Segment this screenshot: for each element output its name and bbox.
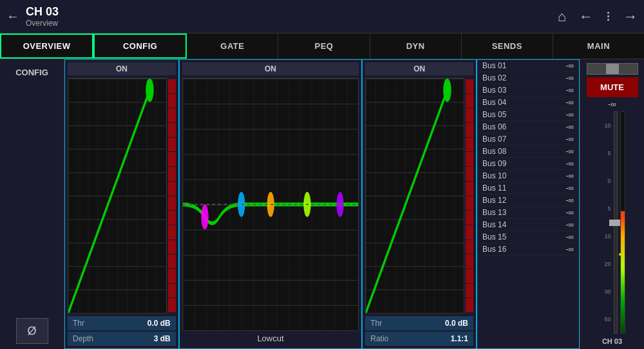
grid-icon[interactable]: ⁝ <box>606 8 611 25</box>
sends-row[interactable]: Bus 02-∞ <box>477 72 579 84</box>
dyn-panel: ON <box>362 59 477 349</box>
fader-area: 10 5 0 5 10 20 30 50 <box>583 111 641 334</box>
tab-sends[interactable]: SENDS <box>462 33 553 59</box>
vu-marker <box>619 253 621 256</box>
phase-button[interactable]: Ø <box>16 318 48 344</box>
ch-label-bottom: CH 03 <box>602 337 622 345</box>
right-panel: MUTE -∞ 10 5 0 5 10 20 30 50 <box>580 59 644 349</box>
sends-row[interactable]: Bus 12-∞ <box>477 194 579 207</box>
tab-dyn[interactable]: DYN <box>370 33 462 59</box>
svg-rect-1 <box>68 79 166 313</box>
right-vu-meter <box>620 111 625 334</box>
sends-row[interactable]: Bus 16-∞ <box>477 243 579 256</box>
sends-row[interactable]: Bus 11-∞ <box>477 182 579 194</box>
sends-row[interactable]: Bus 07-∞ <box>477 133 579 146</box>
svg-point-15 <box>443 79 451 102</box>
sends-row[interactable]: Bus 10-∞ <box>477 170 579 182</box>
dyn-info: Thr 0.0 dB Ratio 1.1:1 <box>365 316 473 346</box>
sends-row[interactable]: Bus 05-∞ <box>477 109 579 121</box>
arrow-forward-icon[interactable]: → <box>623 8 638 25</box>
arrow-back-icon[interactable]: ← <box>579 8 593 25</box>
gate-vu-strip <box>168 78 176 314</box>
mute-button[interactable]: MUTE <box>587 77 638 97</box>
home-icon[interactable]: ⌂ <box>558 8 566 25</box>
dyn-vu-strip <box>466 78 473 314</box>
fader-track[interactable] <box>614 111 618 334</box>
gate-panel: ON <box>64 59 179 349</box>
tabs-bar: OVERVIEW CONFIG GATE PEQ DYN SENDS MAIN <box>0 33 644 59</box>
channel-sub: Overview <box>26 19 558 28</box>
gate-on-button[interactable]: ON <box>68 62 176 75</box>
sends-row[interactable]: Bus 06-∞ <box>477 121 579 133</box>
channel-name: CH 03 <box>26 5 558 19</box>
sends-row[interactable]: Bus 09-∞ <box>477 158 579 170</box>
sends-row[interactable]: Bus 14-∞ <box>477 219 579 231</box>
sends-row[interactable]: Bus 03-∞ <box>477 84 579 97</box>
back-button[interactable]: ← <box>6 9 19 24</box>
gate-depth-row[interactable]: Depth 3 dB <box>68 332 176 346</box>
svg-point-6 <box>201 205 208 230</box>
tab-config[interactable]: CONFIG <box>93 33 187 59</box>
header-title: CH 03 Overview <box>26 5 558 28</box>
gate-thr-row[interactable]: Thr 0.0 dB <box>68 316 176 330</box>
config-label: CONFIG <box>15 68 48 77</box>
tab-gate[interactable]: GATE <box>187 33 278 59</box>
sends-panel: Bus 01-∞Bus 02-∞Bus 03-∞Bus 04-∞Bus 05-∞… <box>477 59 580 349</box>
main-content: CONFIG Ø ON <box>0 59 644 349</box>
svg-point-3 <box>146 79 154 102</box>
dyn-ratio-row[interactable]: Ratio 1.1:1 <box>365 332 473 346</box>
config-panel: CONFIG Ø <box>0 59 64 349</box>
lowcut-label: Lowcut <box>182 331 359 346</box>
dyn-thr-row[interactable]: Thr 0.0 dB <box>365 316 473 330</box>
sends-row[interactable]: Bus 15-∞ <box>477 231 579 243</box>
eq-grid <box>182 78 359 331</box>
gate-grid <box>68 78 167 314</box>
dyn-grid <box>365 78 464 314</box>
eq-on-button[interactable]: ON <box>182 62 359 75</box>
eq-panel: ON Lowcut <box>179 59 363 349</box>
gate-info: Thr 0.0 dB Depth 3 dB <box>68 316 176 346</box>
tab-peq[interactable]: PEQ <box>278 33 370 59</box>
sends-row[interactable]: Bus 08-∞ <box>477 146 579 158</box>
tab-overview[interactable]: OVERVIEW <box>0 33 93 59</box>
sends-row[interactable]: Bus 13-∞ <box>477 207 579 219</box>
header-icons: ⌂ ← ⁝ → <box>558 8 638 25</box>
header: ← CH 03 Overview ⌂ ← ⁝ → <box>0 0 644 33</box>
dyn-on-button[interactable]: ON <box>365 62 473 75</box>
sends-row[interactable]: Bus 01-∞ <box>477 60 579 72</box>
svg-rect-13 <box>366 79 464 313</box>
tab-main[interactable]: MAIN <box>553 33 644 59</box>
sends-row[interactable]: Bus 04-∞ <box>477 97 579 109</box>
fader-value: -∞ <box>608 100 616 109</box>
